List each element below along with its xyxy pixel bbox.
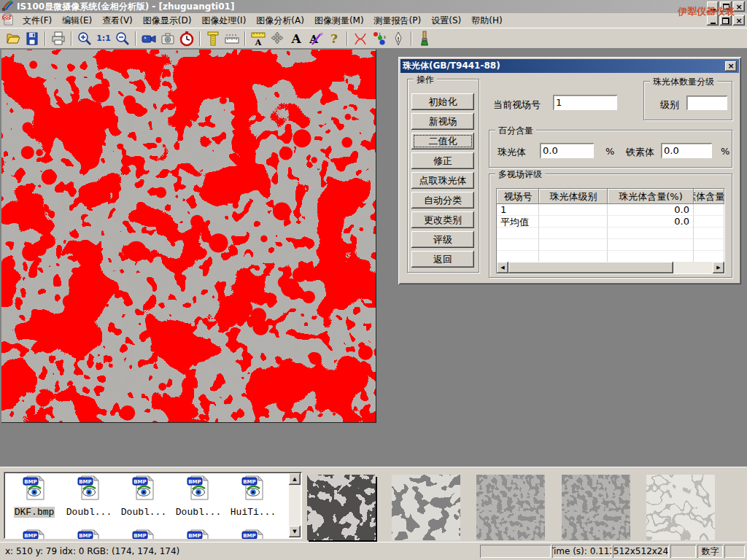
micrograph-image[interactable] [1, 50, 376, 423]
col-pearlite-content[interactable]: 珠光体含量(%) [608, 189, 694, 204]
thumbnail-4[interactable] [562, 475, 630, 540]
zoom-out-button[interactable] [113, 30, 132, 47]
timer-button[interactable] [177, 30, 196, 47]
init-button[interactable]: 初始化 [411, 93, 474, 110]
file-item[interactable]: BMP Doubl... [172, 475, 225, 518]
menu-image-processing[interactable]: 图像处理(I) [196, 13, 251, 28]
file-item[interactable]: BMP Doubl... [117, 475, 170, 518]
svg-text:?: ? [330, 31, 338, 46]
grade-group-label: 珠光体数量分级 [650, 76, 717, 88]
thumbnail-3[interactable] [476, 475, 545, 540]
return-button[interactable]: 返回 [411, 251, 474, 268]
calibration-button[interactable]: A [249, 30, 268, 47]
menu-settings[interactable]: 设置(S) [426, 13, 466, 28]
toolbar-separator [199, 31, 201, 46]
annotate-button[interactable]: A [306, 30, 325, 47]
menu-image-analysis[interactable]: 图像分析(A) [251, 13, 309, 28]
menu-edit[interactable]: 编辑(E) [57, 13, 97, 28]
pick-pearlite-button[interactable]: 点取珠光体 [411, 172, 474, 189]
svg-text:BMP: BMP [188, 479, 201, 485]
table-horizontal-scrollbar[interactable]: ◀ ▶ [497, 262, 724, 273]
table-row[interactable]: 1 0.0 [497, 204, 724, 216]
open-file-button[interactable] [4, 30, 23, 47]
menu-view[interactable]: 查看(V) [97, 13, 138, 28]
file-list-scrollbar[interactable]: ▲ ▼ [289, 473, 301, 537]
document-icon[interactable]: DOC [2, 13, 15, 28]
auto-classify-button[interactable]: 自动分类 [411, 192, 474, 209]
scroll-up-button[interactable]: ▲ [289, 473, 301, 485]
file-item[interactable]: BMP DKF.bmp [8, 475, 61, 518]
col-ferrite-content[interactable]: 铁素体含量(%) [694, 189, 724, 204]
scroll-down-button[interactable]: ▼ [289, 526, 301, 537]
file-name[interactable]: DKF.bmp [14, 507, 55, 518]
vendor-watermark: 伊犁仪器仪表 [678, 5, 735, 18]
help-button[interactable]: ? [325, 30, 344, 47]
snapshot-button[interactable] [158, 30, 177, 47]
thumbnail-5[interactable] [646, 475, 715, 540]
print-button[interactable] [49, 30, 68, 47]
file-item[interactable]: BMP [117, 529, 170, 539]
file-item[interactable]: BMP [227, 529, 279, 539]
dialog-title-bar[interactable]: 珠光体(GB/T9441-88) × [400, 59, 739, 73]
svg-text:BMP: BMP [133, 533, 146, 539]
change-class-button[interactable]: 更改类别 [411, 211, 474, 228]
file-name[interactable]: Doubl... [175, 507, 222, 518]
video-capture-button[interactable] [139, 30, 158, 47]
file-item[interactable]: BMP [8, 529, 61, 539]
menu-help[interactable]: 帮助(H) [466, 13, 507, 28]
window-title: IS100显微摄像系统(金相分析版) - [zhuguangti01] [17, 1, 234, 13]
menu-measure-report[interactable]: 测量报告(P) [369, 13, 427, 28]
curve-tool-button[interactable] [351, 30, 370, 47]
brush-tool-button[interactable] [415, 30, 434, 47]
scroll-right-button[interactable]: ▶ [713, 262, 724, 273]
col-field-no[interactable]: 视场号 [497, 189, 539, 204]
file-name[interactable]: Doubl... [120, 507, 167, 518]
menu-file[interactable]: 文件(F) [18, 13, 57, 28]
scrollbar-track[interactable] [673, 262, 713, 273]
file-list[interactable]: BMP DKF.bmp BMP Doubl... [4, 472, 302, 539]
new-field-button[interactable]: 新视场 [411, 113, 474, 130]
file-item[interactable]: BMP [172, 529, 225, 539]
scrollbar-thumb[interactable] [508, 262, 673, 273]
ruler-button[interactable] [222, 30, 241, 47]
save-button[interactable] [23, 30, 42, 47]
thumbnail-1[interactable] [307, 475, 376, 540]
grade-input[interactable] [686, 96, 727, 110]
dialog-close-button[interactable]: × [725, 61, 737, 71]
actual-size-button[interactable]: 1:1 [94, 30, 113, 47]
dialog-title: 珠光体(GB/T9441-88) [403, 60, 500, 72]
file-name[interactable]: Doubl... [66, 507, 112, 518]
thumbnail-2[interactable] [392, 475, 460, 540]
grade-button[interactable]: 评级 [411, 231, 474, 248]
ferrite-percent-input[interactable] [661, 143, 712, 158]
table-row[interactable]: 平均值 0.0 [497, 216, 724, 228]
file-name[interactable]: HuiTi... [230, 507, 276, 518]
col-pearlite-grade[interactable]: 珠光体级别 [539, 189, 608, 204]
bmp-file-icon: BMP [77, 475, 101, 501]
binarize-button[interactable]: 二值化 [411, 133, 474, 149]
correct-button[interactable]: 修正 [411, 152, 474, 169]
text-button[interactable]: A [287, 30, 306, 47]
scroll-left-button[interactable]: ◀ [497, 262, 508, 273]
pearlite-percent-input[interactable] [540, 143, 594, 158]
classify-markers-button[interactable]: 1 3 [370, 30, 389, 47]
caliper-button[interactable] [204, 30, 222, 47]
menu-image-display[interactable]: 图像显示(D) [138, 13, 197, 28]
file-item[interactable]: BMP [63, 529, 115, 539]
status-panel-empty [724, 545, 745, 558]
toolbar-separator [71, 31, 72, 46]
pen-tool-button[interactable] [389, 30, 408, 47]
bmp-file-icon: BMP [22, 529, 47, 539]
move-button[interactable] [268, 30, 287, 47]
svg-text:BMP: BMP [24, 479, 36, 485]
zoom-in-button[interactable] [75, 30, 94, 47]
current-field-input[interactable] [553, 95, 617, 110]
table-row-empty [497, 228, 724, 239]
file-item[interactable]: BMP Doubl... [63, 475, 115, 518]
bmp-file-icon: BMP [77, 529, 101, 539]
close-button[interactable]: × [733, 1, 745, 12]
cell-ferrite [694, 204, 724, 216]
menu-image-measure[interactable]: 图像测量(M) [309, 13, 369, 28]
child-close-button[interactable]: × [733, 15, 745, 26]
file-item[interactable]: BMP HuiTi... [227, 475, 279, 518]
